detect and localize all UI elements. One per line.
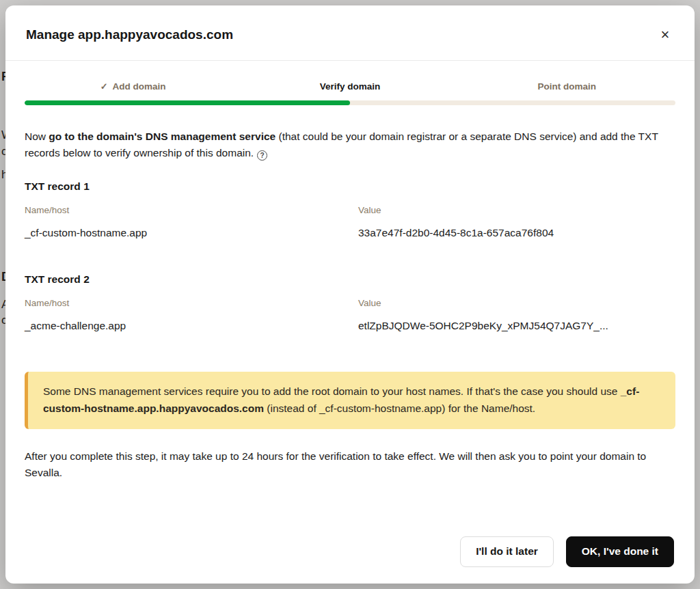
record-name-column: Name/host _cf-custom-hostname.app (25, 205, 358, 239)
value-label: Value (358, 205, 675, 215)
warning-pre: Some DNS management services require you… (43, 385, 621, 397)
manage-domain-modal: Manage app.happyavocados.com × ✓ Add dom… (5, 5, 695, 584)
name-host-value: _acme-challenge.app (25, 320, 345, 332)
dns-warning-banner: Some DNS management services require you… (25, 372, 675, 429)
value-label: Value (358, 298, 675, 308)
record-value-column: Value etlZpBJQDWe-5OHC2P9beKy_xPMJ54Q7JA… (358, 298, 675, 332)
do-it-later-button[interactable]: I'll do it later (460, 536, 554, 567)
record-title: TXT record 1 (25, 180, 675, 193)
step-label: Verify domain (320, 81, 381, 92)
record-title: TXT record 2 (25, 273, 675, 286)
modal-header: Manage app.happyavocados.com × (5, 5, 695, 61)
note-post: . (59, 467, 62, 478)
record-value: 33a7e47f-d2b0-4d45-8c1a-657aca76f804 (358, 227, 675, 239)
modal-content: ✓ Add domain Verify domain Point domain … (5, 61, 695, 521)
record-name-column: Name/host _acme-challenge.app (25, 298, 358, 332)
record-value: etlZpBJQDWe-5OHC2P9beKy_xPMJ54Q7JAG7Y_..… (358, 320, 675, 332)
modal-title: Manage app.happyavocados.com (26, 27, 233, 42)
record-grid: Name/host _acme-challenge.app Value etlZ… (25, 298, 675, 332)
warning-post: (instead of _cf-custom-hostname.app) for… (264, 402, 535, 414)
intro-pre: Now (25, 131, 49, 142)
ok-done-button[interactable]: OK, I've done it (566, 536, 674, 567)
stepper: ✓ Add domain Verify domain Point domain (25, 81, 675, 92)
step-verify-domain: Verify domain (241, 81, 458, 92)
txt-record-2: TXT record 2 Name/host _acme-challenge.a… (25, 273, 675, 332)
progress-fill (25, 100, 350, 105)
step-label: Add domain (113, 81, 166, 92)
name-host-label: Name/host (25, 205, 345, 215)
check-icon: ✓ (100, 81, 108, 92)
record-value-column: Value 33a7e47f-d2b0-4d45-8c1a-657aca76f8… (358, 205, 675, 239)
modal-footer: I'll do it later OK, I've done it (5, 521, 695, 584)
intro-text: Now go to the domain's DNS management se… (25, 128, 675, 161)
name-host-label: Name/host (25, 298, 345, 308)
intro-bold: go to the domain's DNS management servic… (49, 131, 275, 142)
sevalla-link[interactable]: Sevalla (25, 467, 59, 478)
help-icon[interactable]: ? (257, 150, 267, 161)
step-add-domain: ✓ Add domain (25, 81, 241, 92)
name-host-value: _cf-custom-hostname.app (25, 227, 345, 239)
step-point-domain: Point domain (459, 81, 675, 92)
completion-note: After you complete this step, it may tak… (25, 448, 675, 482)
txt-record-1: TXT record 1 Name/host _cf-custom-hostna… (25, 180, 675, 239)
close-icon[interactable]: × (656, 26, 674, 44)
progress-bar-track (25, 100, 675, 105)
step-label: Point domain (538, 81, 597, 92)
note-pre: After you complete this step, it may tak… (25, 450, 646, 462)
record-grid: Name/host _cf-custom-hostname.app Value … (25, 205, 675, 239)
